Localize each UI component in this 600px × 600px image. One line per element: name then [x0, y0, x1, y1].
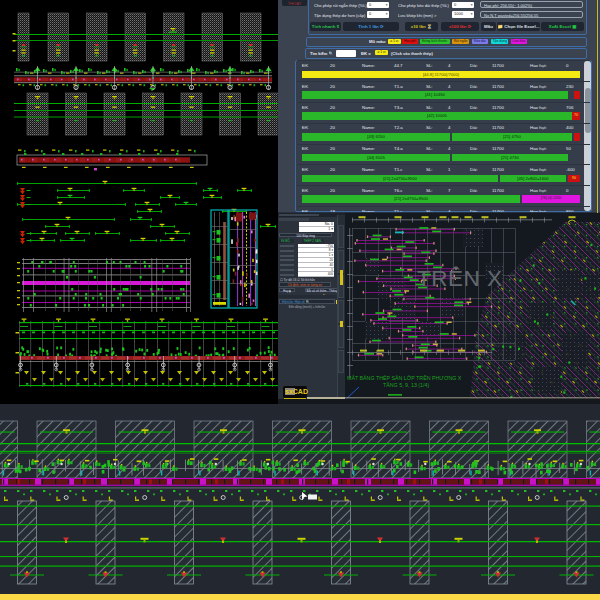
svg-text:TẦNG 5, 9, 13 (1/4): TẦNG 5, 9, 13 (1/4)	[383, 382, 429, 388]
svg-text:MẮT BẰNG THÉP SÀN LỚP TRÊN PHƯ: MẮT BẰNG THÉP SÀN LỚP TRÊN PHƯƠNG X	[347, 374, 462, 381]
svg-text:TRÊN X: TRÊN X	[417, 266, 503, 291]
